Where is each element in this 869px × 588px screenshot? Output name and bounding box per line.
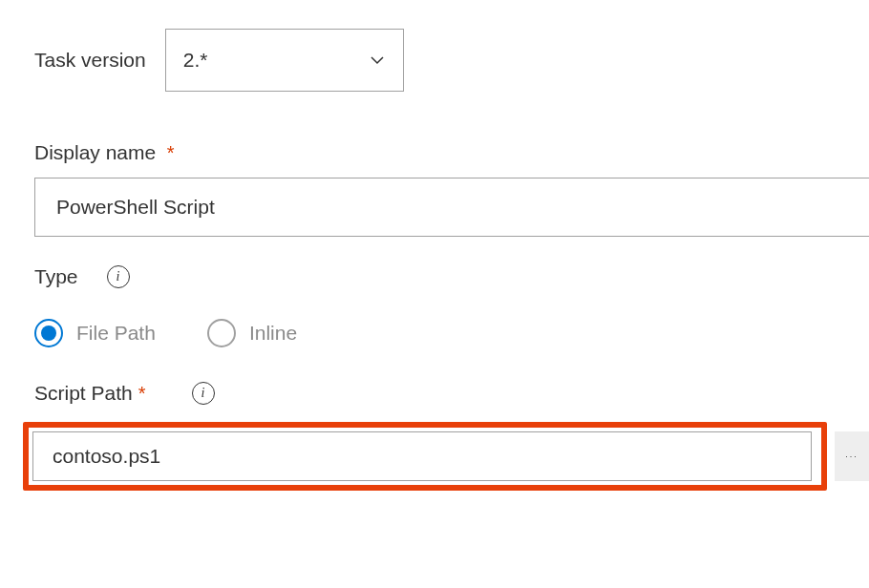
type-label-row: Type i	[34, 265, 869, 288]
task-version-label: Task version	[34, 49, 146, 72]
display-name-label-row: Display name *	[34, 141, 869, 164]
info-icon[interactable]: i	[192, 382, 215, 405]
radio-inline-label: Inline	[249, 322, 297, 345]
display-name-label: Display name	[34, 141, 156, 163]
task-version-select-wrap: 2.*	[165, 29, 404, 92]
ellipsis-icon: ···	[845, 452, 858, 461]
radio-file-path-label: File Path	[76, 322, 156, 345]
radio-file-path-dot	[41, 326, 56, 341]
radio-inline[interactable]: Inline	[207, 319, 297, 347]
task-version-value: 2.*	[183, 49, 208, 72]
type-radio-group: File Path Inline	[34, 319, 869, 347]
radio-file-path-circle	[34, 319, 63, 347]
radio-file-path[interactable]: File Path	[34, 319, 156, 347]
info-icon[interactable]: i	[107, 265, 130, 288]
display-name-input[interactable]	[34, 178, 869, 237]
display-name-group: Display name *	[34, 141, 869, 237]
required-asterisk: *	[167, 142, 175, 163]
radio-inline-circle	[207, 319, 236, 347]
script-path-highlight	[23, 422, 827, 491]
type-label: Type	[34, 265, 78, 288]
chevron-down-icon	[369, 52, 386, 69]
script-path-row: ···	[23, 422, 869, 491]
required-asterisk: *	[138, 383, 146, 405]
script-path-input[interactable]	[32, 431, 812, 481]
task-version-row: Task version 2.*	[34, 29, 869, 92]
task-version-select[interactable]: 2.*	[165, 29, 404, 92]
script-path-label-row: Script Path * i	[34, 382, 869, 405]
script-path-label: Script Path	[34, 382, 133, 405]
browse-button[interactable]: ···	[835, 431, 869, 481]
